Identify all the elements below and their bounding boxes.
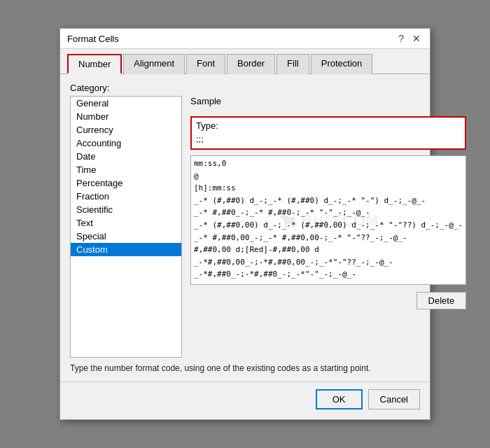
category-item[interactable]: Currency [71, 123, 181, 136]
hint-text: Type the number format code, using one o… [70, 363, 420, 373]
right-panel: Sample Type: mm:ss,0@[h]:mm:ss_-* (#,##0… [190, 96, 466, 358]
format-list-item[interactable]: mm:ss,0 [194, 158, 463, 170]
category-list-wrap: GeneralNumberCurrencyAccountingDateTimeP… [70, 96, 182, 358]
tabs-bar: Number Alignment Font Border Fill Protec… [60, 49, 430, 74]
tab-fill[interactable]: Fill [276, 54, 309, 74]
format-list[interactable]: mm:ss,0@[h]:mm:ss_-* (#,##0) d_-;_-* (#,… [190, 155, 466, 285]
category-item[interactable]: Text [71, 216, 181, 230]
tab-fill-label: Fill [287, 58, 299, 69]
cancel-button[interactable]: Cancel [368, 389, 420, 410]
dialog-content: Category: GeneralNumberCurrencyAccountin… [60, 74, 430, 382]
tab-number[interactable]: Number [67, 54, 122, 74]
category-item[interactable]: Custom [71, 243, 181, 256]
format-list-item[interactable]: _-* #,##0,00_-;_-* #,##0,00-;_-* "-"??_-… [194, 232, 463, 244]
close-button[interactable]: ✕ [410, 33, 423, 44]
tab-protection[interactable]: Protection [311, 54, 373, 74]
format-list-item[interactable]: _-* #,##0_-;_-* #,##0-;_-* "-"_-;_-@_- [194, 206, 463, 219]
category-item[interactable]: General [71, 97, 181, 110]
category-label: Category: [70, 83, 420, 93]
format-list-item[interactable]: [h]:mm:ss [194, 182, 463, 195]
category-list[interactable]: GeneralNumberCurrencyAccountingDateTimeP… [70, 96, 182, 358]
tab-font[interactable]: Font [186, 54, 225, 74]
footer: OK Cancel [60, 382, 430, 419]
tab-border[interactable]: Border [227, 54, 275, 74]
title-bar: Format Cells ? ✕ [60, 29, 430, 49]
delete-btn-row: Delete [190, 292, 466, 309]
delete-button[interactable]: Delete [416, 292, 467, 309]
type-input[interactable] [196, 132, 461, 146]
format-list-item[interactable]: _-*#,##0_-;-*#,##0_-;_-*"-"_-;_-@_- [194, 268, 463, 281]
format-list-item[interactable]: ;;; [194, 281, 463, 285]
tab-protection-label: Protection [321, 58, 363, 69]
tab-border-label: Border [237, 58, 265, 69]
tab-number-label: Number [78, 59, 111, 69]
main-row: GeneralNumberCurrencyAccountingDateTimeP… [70, 96, 420, 358]
tab-alignment[interactable]: Alignment [123, 54, 185, 74]
format-list-item[interactable]: @ [194, 170, 463, 183]
tab-alignment-label: Alignment [134, 58, 174, 69]
format-cells-dialog: Format Cells ? ✕ Number Alignment Font B… [59, 28, 430, 420]
sample-label: Sample [190, 96, 466, 106]
format-list-wrap: mm:ss,0@[h]:mm:ss_-* (#,##0) d_-;_-* (#,… [190, 155, 466, 285]
category-item[interactable]: Date [71, 150, 181, 163]
category-item[interactable]: Accounting [71, 136, 181, 150]
ok-button[interactable]: OK [316, 389, 363, 410]
format-list-item[interactable]: _-*#,##0,00_-;-*#,##0,00_-;_-*"-"??_-;_-… [194, 256, 463, 269]
dialog-title: Format Cells [67, 34, 119, 44]
type-box: Type: [190, 116, 466, 150]
tab-font-label: Font [197, 58, 215, 69]
sample-section: Sample [190, 96, 466, 108]
help-button[interactable]: ? [396, 33, 406, 44]
title-bar-controls: ? ✕ [396, 33, 423, 44]
category-item[interactable]: Special [71, 230, 181, 243]
category-item[interactable]: Time [71, 163, 181, 176]
category-item[interactable]: Fraction [71, 190, 181, 203]
format-list-item[interactable]: _-* (#,##0,00) d_-;_-* (#,##0,00) d_-;_-… [194, 219, 463, 232]
category-item[interactable]: Percentage [71, 176, 181, 190]
type-label: Type: [196, 120, 461, 131]
category-item[interactable]: Number [71, 110, 181, 123]
category-item[interactable]: Scientific [71, 203, 181, 216]
format-list-item[interactable]: _-* (#,##0) d_-;_-* (#,##0) d_-;_-* "-")… [194, 195, 463, 207]
format-list-item[interactable]: #,##0,00 d;[Red]-#,##0,00 d [194, 244, 463, 256]
